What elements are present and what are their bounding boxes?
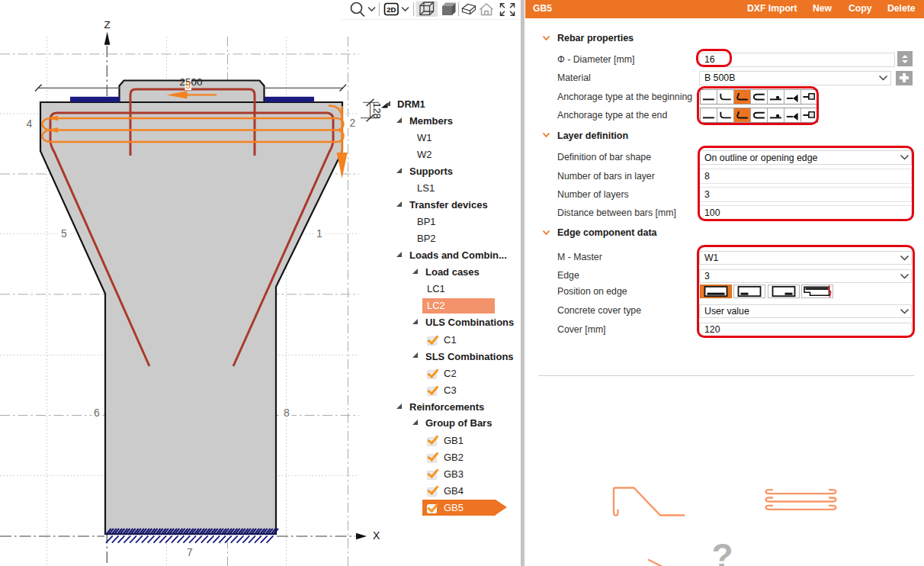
svg-text:5: 5	[61, 227, 67, 240]
svg-text:4: 4	[27, 117, 33, 130]
svg-text:3: 3	[185, 79, 191, 91]
svg-text:?: ?	[711, 536, 733, 566]
svg-text:6: 6	[94, 407, 100, 419]
svg-text:7: 7	[187, 546, 193, 558]
svg-text:1: 1	[316, 227, 322, 240]
svg-text:X: X	[373, 529, 380, 542]
svg-text:2D: 2D	[387, 5, 396, 14]
svg-text:128: 128	[371, 102, 383, 119]
svg-text:Z: Z	[104, 19, 110, 31]
svg-text:8: 8	[284, 407, 290, 419]
svg-text:2: 2	[350, 117, 356, 129]
svg-text:2500: 2500	[179, 76, 202, 88]
